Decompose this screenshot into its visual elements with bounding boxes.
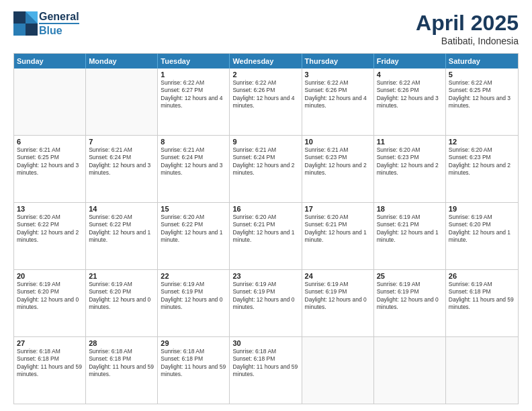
- day-cell-30: 30Sunrise: 6:18 AM Sunset: 6:18 PM Dayli…: [230, 337, 302, 404]
- day-cell-12: 12Sunrise: 6:20 AM Sunset: 6:23 PM Dayli…: [446, 136, 518, 202]
- cell-info: Sunrise: 6:22 AM Sunset: 6:27 PM Dayligh…: [161, 79, 226, 110]
- header: General Blue April 2025 Batibati, Indone…: [13, 11, 519, 46]
- day-number: 2: [232, 71, 298, 79]
- day-number: 26: [449, 272, 515, 280]
- day-number: 9: [232, 138, 298, 146]
- day-cell-18: 18Sunrise: 6:19 AM Sunset: 6:21 PM Dayli…: [374, 203, 446, 269]
- cell-info: Sunrise: 6:20 AM Sunset: 6:21 PM Dayligh…: [305, 214, 371, 244]
- day-number: 21: [89, 272, 154, 280]
- cell-info: Sunrise: 6:22 AM Sunset: 6:26 PM Dayligh…: [377, 79, 443, 110]
- day-number: 16: [232, 205, 298, 213]
- title-block: April 2025 Batibati, Indonesia: [416, 11, 519, 46]
- cell-info: Sunrise: 6:22 AM Sunset: 6:26 PM Dayligh…: [305, 79, 371, 110]
- day-cell-8: 8Sunrise: 6:21 AM Sunset: 6:24 PM Daylig…: [158, 136, 230, 202]
- day-number: 12: [449, 138, 515, 146]
- cell-info: Sunrise: 6:19 AM Sunset: 6:21 PM Dayligh…: [377, 214, 443, 244]
- cell-info: Sunrise: 6:21 AM Sunset: 6:24 PM Dayligh…: [232, 146, 298, 177]
- title-location: Batibati, Indonesia: [416, 36, 519, 46]
- day-cell-10: 10Sunrise: 6:21 AM Sunset: 6:23 PM Dayli…: [302, 136, 374, 202]
- cell-info: Sunrise: 6:20 AM Sunset: 6:21 PM Dayligh…: [232, 214, 298, 244]
- day-cell-29: 29Sunrise: 6:18 AM Sunset: 6:18 PM Dayli…: [158, 337, 230, 404]
- day-number: 30: [232, 339, 298, 347]
- day-cell-5: 5Sunrise: 6:22 AM Sunset: 6:25 PM Daylig…: [446, 68, 518, 135]
- day-number: 17: [305, 205, 371, 213]
- svg-rect-3: [26, 24, 38, 36]
- day-number: 15: [161, 205, 226, 213]
- cell-info: Sunrise: 6:21 AM Sunset: 6:23 PM Dayligh…: [305, 146, 371, 177]
- cell-info: Sunrise: 6:18 AM Sunset: 6:18 PM Dayligh…: [17, 348, 83, 379]
- calendar-row-2: 13Sunrise: 6:20 AM Sunset: 6:22 PM Dayli…: [14, 202, 518, 269]
- cell-info: Sunrise: 6:19 AM Sunset: 6:19 PM Dayligh…: [377, 281, 443, 312]
- cell-info: Sunrise: 6:19 AM Sunset: 6:20 PM Dayligh…: [449, 214, 515, 244]
- cell-info: Sunrise: 6:21 AM Sunset: 6:24 PM Dayligh…: [89, 146, 154, 177]
- weekday-header-thursday: Thursday: [302, 54, 374, 68]
- calendar-row-3: 20Sunrise: 6:19 AM Sunset: 6:20 PM Dayli…: [14, 269, 518, 336]
- logo: General Blue: [13, 11, 79, 36]
- empty-cell: [302, 337, 374, 404]
- cell-info: Sunrise: 6:18 AM Sunset: 6:18 PM Dayligh…: [161, 348, 226, 379]
- day-number: 25: [377, 272, 443, 280]
- logo-icon: [13, 11, 38, 36]
- day-cell-26: 26Sunrise: 6:19 AM Sunset: 6:18 PM Dayli…: [446, 270, 518, 336]
- day-number: 22: [161, 272, 226, 280]
- day-cell-25: 25Sunrise: 6:19 AM Sunset: 6:19 PM Dayli…: [374, 270, 446, 336]
- calendar: SundayMondayTuesdayWednesdayThursdayFrid…: [13, 53, 519, 404]
- cell-info: Sunrise: 6:18 AM Sunset: 6:18 PM Dayligh…: [89, 348, 154, 379]
- cell-info: Sunrise: 6:19 AM Sunset: 6:19 PM Dayligh…: [232, 281, 298, 312]
- day-number: 3: [305, 71, 371, 79]
- cell-info: Sunrise: 6:20 AM Sunset: 6:22 PM Dayligh…: [89, 214, 154, 244]
- day-cell-20: 20Sunrise: 6:19 AM Sunset: 6:20 PM Dayli…: [14, 270, 86, 336]
- calendar-header: SundayMondayTuesdayWednesdayThursdayFrid…: [14, 54, 518, 68]
- day-number: 1: [161, 71, 226, 79]
- empty-cell: [14, 68, 86, 135]
- weekday-header-saturday: Saturday: [446, 54, 518, 68]
- day-number: 7: [89, 138, 154, 146]
- cell-info: Sunrise: 6:18 AM Sunset: 6:18 PM Dayligh…: [232, 348, 298, 379]
- day-cell-3: 3Sunrise: 6:22 AM Sunset: 6:26 PM Daylig…: [302, 68, 374, 135]
- svg-rect-0: [13, 11, 26, 24]
- day-number: 10: [305, 138, 371, 146]
- cell-info: Sunrise: 6:19 AM Sunset: 6:20 PM Dayligh…: [17, 281, 83, 312]
- page: General Blue April 2025 Batibati, Indone…: [0, 0, 532, 411]
- day-cell-22: 22Sunrise: 6:19 AM Sunset: 6:19 PM Dayli…: [158, 270, 230, 336]
- day-cell-13: 13Sunrise: 6:20 AM Sunset: 6:22 PM Dayli…: [14, 203, 86, 269]
- cell-info: Sunrise: 6:19 AM Sunset: 6:18 PM Dayligh…: [449, 281, 515, 312]
- day-number: 6: [17, 138, 83, 146]
- day-number: 19: [449, 205, 515, 213]
- cell-info: Sunrise: 6:19 AM Sunset: 6:19 PM Dayligh…: [305, 281, 371, 312]
- title-month: April 2025: [416, 11, 519, 36]
- day-cell-6: 6Sunrise: 6:21 AM Sunset: 6:25 PM Daylig…: [14, 136, 86, 202]
- logo-text-line1: General: [39, 11, 79, 23]
- cell-info: Sunrise: 6:20 AM Sunset: 6:22 PM Dayligh…: [17, 214, 83, 244]
- day-cell-14: 14Sunrise: 6:20 AM Sunset: 6:22 PM Dayli…: [86, 203, 158, 269]
- day-cell-28: 28Sunrise: 6:18 AM Sunset: 6:18 PM Dayli…: [86, 337, 158, 404]
- weekday-header-wednesday: Wednesday: [230, 54, 302, 68]
- day-number: 14: [89, 205, 154, 213]
- cell-info: Sunrise: 6:22 AM Sunset: 6:25 PM Dayligh…: [449, 79, 515, 110]
- day-number: 18: [377, 205, 443, 213]
- day-cell-27: 27Sunrise: 6:18 AM Sunset: 6:18 PM Dayli…: [14, 337, 86, 404]
- calendar-row-1: 6Sunrise: 6:21 AM Sunset: 6:25 PM Daylig…: [14, 135, 518, 202]
- day-number: 24: [305, 272, 371, 280]
- empty-cell: [374, 337, 446, 404]
- day-number: 29: [161, 339, 226, 347]
- day-number: 4: [377, 71, 443, 79]
- cell-info: Sunrise: 6:20 AM Sunset: 6:23 PM Dayligh…: [377, 146, 443, 177]
- day-cell-19: 19Sunrise: 6:19 AM Sunset: 6:20 PM Dayli…: [446, 203, 518, 269]
- cell-info: Sunrise: 6:21 AM Sunset: 6:24 PM Dayligh…: [161, 146, 226, 177]
- cell-info: Sunrise: 6:20 AM Sunset: 6:22 PM Dayligh…: [161, 214, 226, 244]
- day-number: 5: [449, 71, 515, 79]
- day-cell-21: 21Sunrise: 6:19 AM Sunset: 6:20 PM Dayli…: [86, 270, 158, 336]
- day-number: 20: [17, 272, 83, 280]
- weekday-header-monday: Monday: [86, 54, 158, 68]
- day-cell-1: 1Sunrise: 6:22 AM Sunset: 6:27 PM Daylig…: [158, 68, 230, 135]
- empty-cell: [86, 68, 158, 135]
- cell-info: Sunrise: 6:19 AM Sunset: 6:20 PM Dayligh…: [89, 281, 154, 312]
- cell-info: Sunrise: 6:20 AM Sunset: 6:23 PM Dayligh…: [449, 146, 515, 177]
- calendar-body: 1Sunrise: 6:22 AM Sunset: 6:27 PM Daylig…: [14, 68, 518, 404]
- day-cell-4: 4Sunrise: 6:22 AM Sunset: 6:26 PM Daylig…: [374, 68, 446, 135]
- logo-text-line2: Blue: [39, 23, 79, 37]
- day-cell-24: 24Sunrise: 6:19 AM Sunset: 6:19 PM Dayli…: [302, 270, 374, 336]
- day-number: 28: [89, 339, 154, 347]
- svg-rect-2: [13, 24, 26, 36]
